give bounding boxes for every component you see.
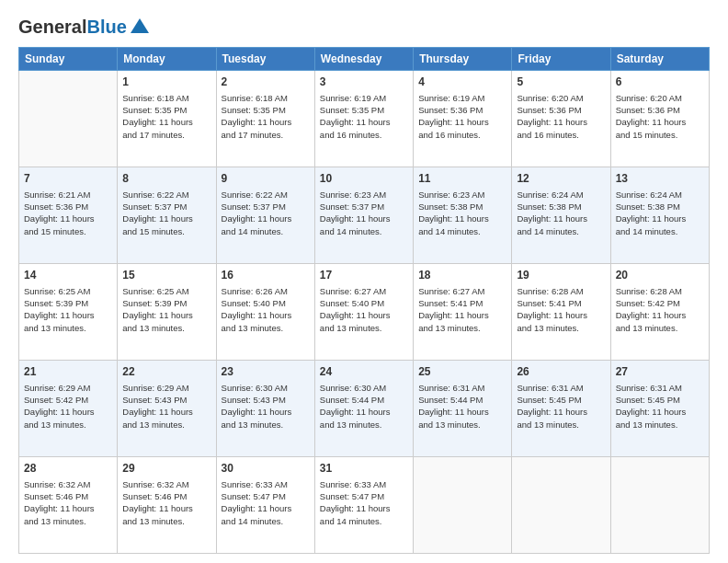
day-info-line: Sunset: 5:44 PM [418,394,506,406]
day-info-line: Sunrise: 6:23 AM [320,189,408,201]
day-info-line: and 14 minutes. [616,225,704,237]
day-info-line: and 13 minutes. [616,419,704,431]
calendar-week-row: 1Sunrise: 6:18 AMSunset: 5:35 PMDaylight… [19,71,710,167]
day-info-line: Sunset: 5:47 PM [320,490,408,502]
day-info-line: and 13 minutes. [122,322,210,334]
calendar-cell: 12Sunrise: 6:24 AMSunset: 5:38 PMDayligh… [512,167,610,264]
day-number: 30 [222,461,310,477]
calendar-cell [19,71,118,167]
day-info-line: Sunset: 5:40 PM [320,297,408,309]
day-info-line: Sunrise: 6:31 AM [517,382,605,394]
day-info-line: Sunset: 5:35 PM [222,104,310,116]
day-info-line: Daylight: 11 hours [320,309,408,321]
calendar-cell: 15Sunrise: 6:25 AMSunset: 5:39 PMDayligh… [118,264,216,361]
calendar-cell: 26Sunrise: 6:31 AMSunset: 5:45 PMDayligh… [512,361,610,457]
day-info-line: Daylight: 11 hours [320,213,408,224]
calendar-cell: 22Sunrise: 6:29 AMSunset: 5:43 PMDayligh… [118,361,216,457]
calendar-cell: 13Sunrise: 6:24 AMSunset: 5:38 PMDayligh… [610,167,709,264]
day-number: 4 [418,75,506,90]
day-info-line: Daylight: 11 hours [517,309,605,321]
calendar-cell: 6Sunrise: 6:20 AMSunset: 5:36 PMDaylight… [610,71,709,167]
day-number: 13 [616,171,704,187]
day-info-line: Daylight: 11 hours [24,213,112,224]
day-info-line: Sunrise: 6:31 AM [616,382,704,394]
day-info-line: Sunset: 5:42 PM [616,297,704,309]
calendar-cell: 10Sunrise: 6:23 AMSunset: 5:37 PMDayligh… [314,167,413,264]
day-info-line: Sunrise: 6:24 AM [616,189,704,201]
calendar-cell: 16Sunrise: 6:26 AMSunset: 5:40 PMDayligh… [216,264,314,361]
day-info-line: Sunrise: 6:24 AM [517,189,605,201]
day-info-line: Daylight: 11 hours [222,116,310,128]
day-info-line: and 13 minutes. [122,515,210,527]
day-info-line: Sunset: 5:38 PM [517,201,605,213]
calendar-week-row: 7Sunrise: 6:21 AMSunset: 5:36 PMDaylight… [19,167,710,264]
calendar-week-row: 28Sunrise: 6:32 AMSunset: 5:46 PMDayligh… [19,457,710,554]
day-number: 18 [418,268,506,283]
day-number: 25 [418,364,506,380]
day-info-line: Sunrise: 6:30 AM [222,382,310,394]
day-info-line: Sunset: 5:37 PM [222,201,310,213]
day-info-line: Daylight: 11 hours [418,309,506,321]
day-number: 2 [222,75,310,90]
day-number: 6 [616,75,704,90]
day-info-line: and 13 minutes. [320,322,408,334]
day-info-line: Sunrise: 6:27 AM [320,285,408,297]
calendar-header-cell: Monday [118,48,216,71]
day-info-line: and 14 minutes. [320,225,408,237]
day-info-line: Daylight: 11 hours [320,502,408,514]
calendar-header-cell: Sunday [19,48,118,71]
page: GeneralBlue SundayMondayTuesdayWednesday… [0,0,728,563]
day-info-line: Sunrise: 6:26 AM [222,285,310,297]
calendar-cell: 11Sunrise: 6:23 AMSunset: 5:38 PMDayligh… [414,167,512,264]
day-info-line: Sunset: 5:46 PM [24,490,112,502]
calendar-cell: 7Sunrise: 6:21 AMSunset: 5:36 PMDaylight… [19,167,118,264]
day-info-line: and 17 minutes. [222,129,310,141]
logo: GeneralBlue [18,17,149,38]
day-number: 17 [320,268,408,283]
day-info-line: Daylight: 11 hours [222,406,310,418]
day-number: 29 [122,461,210,477]
day-info-line: Sunset: 5:35 PM [320,104,408,116]
day-info-line: and 13 minutes. [24,515,112,527]
day-number: 12 [517,171,605,187]
calendar-cell: 8Sunrise: 6:22 AMSunset: 5:37 PMDaylight… [118,167,216,264]
calendar-cell: 1Sunrise: 6:18 AMSunset: 5:35 PMDaylight… [118,71,216,167]
calendar-cell: 5Sunrise: 6:20 AMSunset: 5:36 PMDaylight… [512,71,610,167]
day-number: 8 [122,171,210,187]
day-number: 20 [616,268,704,283]
day-number: 9 [222,171,310,187]
day-info-line: Daylight: 11 hours [517,406,605,418]
day-info-line: Sunrise: 6:20 AM [616,92,704,104]
day-info-line: Daylight: 11 hours [122,116,210,128]
day-info-line: Daylight: 11 hours [616,213,704,224]
day-info-line: Daylight: 11 hours [616,406,704,418]
day-info-line: and 13 minutes. [122,419,210,431]
day-info-line: Sunset: 5:46 PM [122,490,210,502]
day-info-line: Sunrise: 6:22 AM [122,189,210,201]
day-info-line: Daylight: 11 hours [418,406,506,418]
day-info-line: Sunrise: 6:32 AM [122,478,210,490]
day-info-line: Sunrise: 6:30 AM [320,382,408,394]
calendar-body: 1Sunrise: 6:18 AMSunset: 5:35 PMDaylight… [19,71,710,554]
calendar-header-cell: Friday [512,48,610,71]
day-info-line: Sunset: 5:40 PM [222,297,310,309]
calendar-cell: 3Sunrise: 6:19 AMSunset: 5:35 PMDaylight… [314,71,413,167]
day-info-line: Daylight: 11 hours [222,309,310,321]
calendar-cell: 25Sunrise: 6:31 AMSunset: 5:44 PMDayligh… [414,361,512,457]
day-info-line: Daylight: 11 hours [24,309,112,321]
calendar-cell: 17Sunrise: 6:27 AMSunset: 5:40 PMDayligh… [314,264,413,361]
day-info-line: Sunrise: 6:25 AM [24,285,112,297]
day-info-line: and 13 minutes. [418,419,506,431]
day-number: 21 [24,364,112,380]
day-info-line: Daylight: 11 hours [616,116,704,128]
calendar-week-row: 21Sunrise: 6:29 AMSunset: 5:42 PMDayligh… [19,361,710,457]
day-number: 11 [418,171,506,187]
logo-icon [131,18,149,33]
day-info-line: and 17 minutes. [122,129,210,141]
day-info-line: Daylight: 11 hours [122,502,210,514]
day-number: 3 [320,75,408,90]
day-info-line: and 15 minutes. [24,225,112,237]
day-info-line: Sunset: 5:41 PM [517,297,605,309]
calendar-cell: 29Sunrise: 6:32 AMSunset: 5:46 PMDayligh… [118,457,216,554]
day-info-line: Daylight: 11 hours [122,309,210,321]
